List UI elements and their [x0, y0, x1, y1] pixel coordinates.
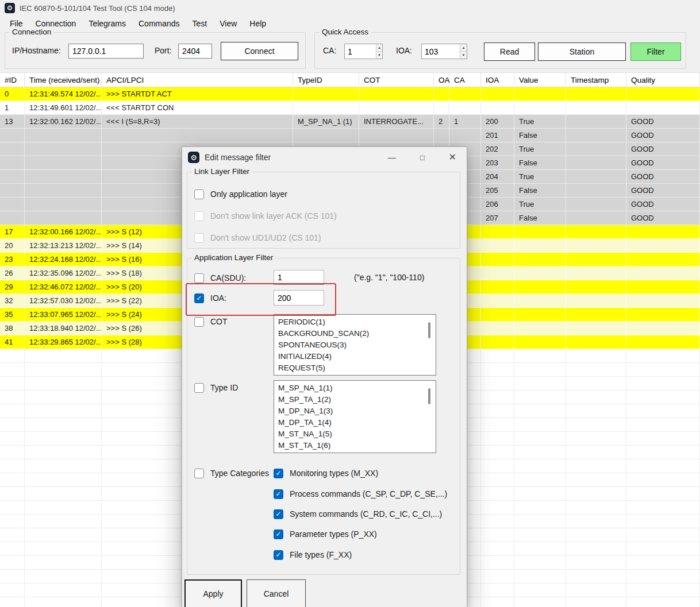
- ioa-spin-down-icon[interactable]: ▼: [460, 52, 467, 59]
- cell-value: [514, 432, 566, 446]
- type-id-listbox[interactable]: M_SP_NA_1(1)M_SP_TA_1(2)M_DP_NA_1(3)M_DP…: [274, 380, 436, 453]
- ca-spinner-input[interactable]: [345, 44, 376, 59]
- ca-sdu-checkbox-row[interactable]: CA(SDU):: [194, 272, 246, 284]
- column-header-cot[interactable]: COT: [359, 73, 434, 87]
- application-layer-filter-group: Application Layer Filter CA(SDU): ("e.g.…: [187, 258, 460, 575]
- list-option[interactable]: M_DP_NA_1(3): [278, 405, 436, 417]
- list-option[interactable]: BACKGROUND_SCAN(2): [278, 328, 436, 339]
- list-option[interactable]: M_SP_TA_1(2): [278, 394, 436, 405]
- type-category-checkbox-row[interactable]: Monitoring types (M_XX): [274, 467, 378, 479]
- ca-spin-down-icon[interactable]: ▼: [376, 52, 382, 59]
- menu-item-view[interactable]: View: [213, 17, 243, 30]
- menu-item-telegrams[interactable]: Telegrams: [82, 17, 132, 30]
- list-option[interactable]: SPONTANEOUS(3): [278, 339, 436, 351]
- read-button[interactable]: Read: [484, 42, 535, 61]
- menu-item-test[interactable]: Test: [186, 17, 214, 30]
- cell-value: [514, 308, 566, 322]
- cell-value: [514, 418, 566, 432]
- port-input[interactable]: [178, 44, 212, 59]
- minimize-icon[interactable]: —: [388, 153, 396, 161]
- cot-scrollbar-thumb[interactable]: [428, 322, 430, 338]
- cot-checkbox-row[interactable]: COT: [194, 316, 228, 327]
- cell-ioa: [481, 404, 514, 418]
- column-header-ca[interactable]: CA: [449, 73, 481, 87]
- checkbox-icon[interactable]: [194, 190, 204, 199]
- apply-button[interactable]: Apply: [184, 579, 242, 607]
- filter-button[interactable]: Filter: [630, 42, 681, 61]
- ioa-filter-checkbox-row[interactable]: IOA:: [194, 292, 226, 304]
- type-category-checkbox-row[interactable]: System commands (C_RD, C_IC, C_CI,...): [274, 508, 442, 520]
- cell-ioa: [481, 363, 514, 377]
- column-header-value[interactable]: Value: [514, 73, 566, 87]
- menu-item-help[interactable]: Help: [243, 17, 272, 30]
- cell-value: [514, 363, 566, 377]
- ioa-spinner-input[interactable]: [422, 44, 460, 59]
- cell-ioa: [481, 515, 514, 528]
- cell-timestamp: [566, 459, 626, 473]
- cell-value: [514, 391, 566, 404]
- list-option[interactable]: M_ST_NA_1(5): [278, 428, 436, 440]
- type-categories-checkbox-row[interactable]: Type Categories: [194, 467, 269, 479]
- cell-id: [0, 542, 25, 556]
- ioa-spin-up-icon[interactable]: ▲: [460, 44, 467, 52]
- cell-time: [25, 501, 102, 515]
- type-category-checkbox-row[interactable]: File types (F_XX): [274, 549, 352, 560]
- list-option[interactable]: M_SP_NA_1(1): [278, 382, 436, 394]
- ca-sdu-checkbox[interactable]: [194, 273, 204, 283]
- list-option[interactable]: M_DP_TA_1(4): [278, 417, 436, 428]
- list-option[interactable]: REQUEST(5): [278, 362, 436, 374]
- ca-spin-up-icon[interactable]: ▲: [376, 44, 382, 52]
- ioa-spinner[interactable]: ▲ ▼: [421, 44, 467, 59]
- column-header-quality[interactable]: Quality: [626, 73, 700, 87]
- type-categories-checkbox[interactable]: [194, 469, 204, 478]
- cot-listbox[interactable]: PERIODIC(1)BACKGROUND_SCAN(2)SPONTANEOUS…: [274, 314, 436, 376]
- cell-value: True: [514, 198, 566, 211]
- maximize-icon[interactable]: □: [420, 154, 425, 161]
- column-header-typeid[interactable]: TypeID: [293, 73, 359, 87]
- cell-id: [0, 404, 25, 418]
- connect-button[interactable]: Connect: [221, 42, 298, 60]
- cot-checkbox[interactable]: [194, 317, 204, 327]
- ioa-filter-checkbox[interactable]: [194, 293, 204, 303]
- ioa-filter-input[interactable]: [274, 290, 324, 306]
- checkbox-icon[interactable]: [274, 529, 283, 539]
- ca-sdu-input[interactable]: [274, 270, 324, 285]
- menu-item-commands[interactable]: Commands: [132, 17, 186, 30]
- column-header-oa[interactable]: OA: [434, 73, 449, 87]
- checkbox-label: Monitoring types (M_XX): [290, 469, 378, 478]
- cell-cot: [359, 87, 434, 101]
- type-category-checkbox-row[interactable]: Process commands (C_SP, C_DP, C_SE,...): [274, 488, 447, 500]
- table-row[interactable]: 112:31:49.601 12/02/...<<< STARTDT CON: [0, 101, 700, 115]
- close-icon[interactable]: ✕: [449, 153, 456, 162]
- column-header-apci[interactable]: APCI/LPCI: [102, 73, 293, 87]
- type-id-checkbox-row[interactable]: Type ID: [194, 382, 238, 393]
- column-header-ioa[interactable]: IOA: [481, 73, 514, 87]
- link-layer-checkbox-row[interactable]: Only application layer: [194, 188, 287, 200]
- checkbox-icon[interactable]: [274, 489, 283, 499]
- cell-value: [514, 294, 566, 308]
- type-category-checkbox-row[interactable]: Parameter types (P_XX): [274, 528, 377, 540]
- checkbox-icon[interactable]: [274, 550, 283, 560]
- cell-time: [25, 184, 102, 198]
- ca-spinner[interactable]: ▲ ▼: [344, 44, 383, 59]
- cell-value: [514, 225, 566, 239]
- list-option[interactable]: PERIODIC(1): [278, 316, 436, 328]
- station-button[interactable]: Station: [538, 42, 626, 61]
- cancel-button[interactable]: Cancel: [247, 579, 306, 607]
- table-row[interactable]: 012:31:49.574 12/02/...>>> STARTDT ACT: [0, 87, 700, 101]
- column-header-timestamp[interactable]: Timestamp: [566, 73, 626, 87]
- column-header-id[interactable]: #ID: [0, 73, 25, 87]
- table-row[interactable]: 201FalseGOOD: [0, 129, 700, 142]
- checkbox-label: File types (F_XX): [290, 550, 352, 559]
- cell-timestamp: [566, 404, 626, 418]
- checkbox-icon[interactable]: [274, 509, 283, 519]
- type-id-checkbox[interactable]: [194, 383, 204, 393]
- cell-id: 32: [0, 294, 25, 308]
- ip-hostname-input[interactable]: [68, 44, 144, 59]
- list-option[interactable]: M_ST_TA_1(6): [278, 440, 436, 451]
- table-row[interactable]: 1312:32:00.162 12/02/...<<< I (S=8,R=3)M…: [0, 115, 700, 129]
- type-id-scrollbar-thumb[interactable]: [428, 388, 430, 404]
- checkbox-icon[interactable]: [274, 469, 283, 478]
- column-header-time[interactable]: Time (received/sent): [25, 73, 102, 87]
- list-option[interactable]: INITIALIZED(4): [278, 351, 436, 362]
